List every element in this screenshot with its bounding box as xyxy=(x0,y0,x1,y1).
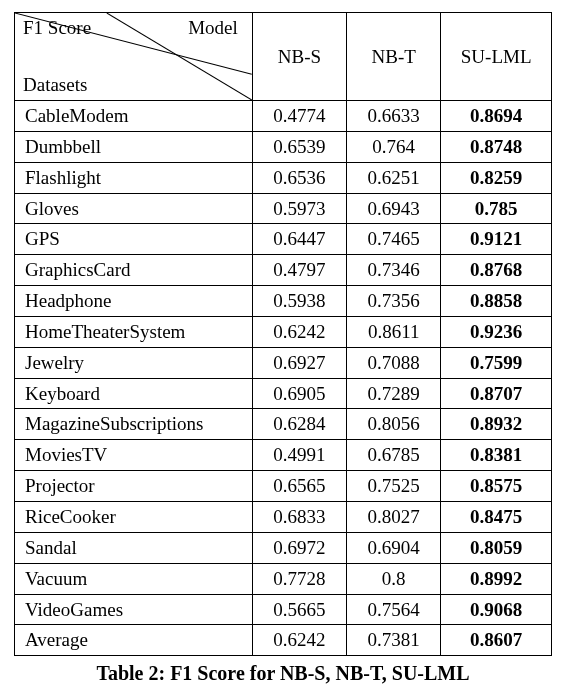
value-cell: 0.6785 xyxy=(347,440,441,471)
value-cell: 0.4797 xyxy=(252,255,346,286)
value-cell: 0.8056 xyxy=(347,409,441,440)
table-row: Flashlight0.65360.62510.8259 xyxy=(15,162,552,193)
value-cell: 0.8381 xyxy=(441,440,552,471)
table-header-row: F1 Score Model Datasets NB-S NB-T SU-LML xyxy=(15,13,552,101)
value-cell: 0.6539 xyxy=(252,131,346,162)
table-row: Vacuum0.77280.80.8992 xyxy=(15,563,552,594)
table-row: MoviesTV0.49910.67850.8381 xyxy=(15,440,552,471)
table-row: CableModem0.47740.66330.8694 xyxy=(15,101,552,132)
value-cell: 0.5665 xyxy=(252,594,346,625)
dataset-cell: VideoGames xyxy=(15,594,253,625)
value-cell: 0.7564 xyxy=(347,594,441,625)
dataset-cell: CableModem xyxy=(15,101,253,132)
value-cell: 0.8027 xyxy=(347,501,441,532)
f1-score-table: F1 Score Model Datasets NB-S NB-T SU-LML… xyxy=(14,12,552,656)
value-cell: 0.6943 xyxy=(347,193,441,224)
corner-header: F1 Score Model Datasets xyxy=(15,13,253,101)
table-row: Dumbbell0.65390.7640.8748 xyxy=(15,131,552,162)
value-cell: 0.7356 xyxy=(347,286,441,317)
dataset-cell: Headphone xyxy=(15,286,253,317)
value-cell: 0.7346 xyxy=(347,255,441,286)
dataset-cell: GPS xyxy=(15,224,253,255)
value-cell: 0.8858 xyxy=(441,286,552,317)
table-row: HomeTheaterSystem0.62420.86110.9236 xyxy=(15,316,552,347)
column-header: SU-LML xyxy=(441,13,552,101)
dataset-cell: Gloves xyxy=(15,193,253,224)
table-row: GPS0.64470.74650.9121 xyxy=(15,224,552,255)
value-cell: 0.6565 xyxy=(252,471,346,502)
value-cell: 0.6833 xyxy=(252,501,346,532)
value-cell: 0.8259 xyxy=(441,162,552,193)
value-cell: 0.6284 xyxy=(252,409,346,440)
table-row: Jewelry0.69270.70880.7599 xyxy=(15,347,552,378)
value-cell: 0.6536 xyxy=(252,162,346,193)
column-header: NB-T xyxy=(347,13,441,101)
value-cell: 0.7381 xyxy=(347,625,441,656)
value-cell: 0.8 xyxy=(347,563,441,594)
value-cell: 0.8607 xyxy=(441,625,552,656)
value-cell: 0.6927 xyxy=(252,347,346,378)
table-row: Keyboard0.69050.72890.8707 xyxy=(15,378,552,409)
value-cell: 0.6447 xyxy=(252,224,346,255)
value-cell: 0.8748 xyxy=(441,131,552,162)
value-cell: 0.6251 xyxy=(347,162,441,193)
value-cell: 0.8059 xyxy=(441,532,552,563)
table-row: VideoGames0.56650.75640.9068 xyxy=(15,594,552,625)
corner-column-axis-label: Model xyxy=(188,17,238,39)
value-cell: 0.7599 xyxy=(441,347,552,378)
table-row: Sandal0.69720.69040.8059 xyxy=(15,532,552,563)
value-cell: 0.7525 xyxy=(347,471,441,502)
table-row: Gloves0.59730.69430.785 xyxy=(15,193,552,224)
value-cell: 0.6904 xyxy=(347,532,441,563)
value-cell: 0.6242 xyxy=(252,316,346,347)
value-cell: 0.4991 xyxy=(252,440,346,471)
value-cell: 0.6242 xyxy=(252,625,346,656)
dataset-cell: MoviesTV xyxy=(15,440,253,471)
value-cell: 0.9121 xyxy=(441,224,552,255)
value-cell: 0.8707 xyxy=(441,378,552,409)
value-cell: 0.8932 xyxy=(441,409,552,440)
dataset-cell: Sandal xyxy=(15,532,253,563)
table-row: MagazineSubscriptions0.62840.80560.8932 xyxy=(15,409,552,440)
table-row: RiceCooker0.68330.80270.8475 xyxy=(15,501,552,532)
dataset-cell: RiceCooker xyxy=(15,501,253,532)
value-cell: 0.4774 xyxy=(252,101,346,132)
page: F1 Score Model Datasets NB-S NB-T SU-LML… xyxy=(0,0,566,686)
value-cell: 0.764 xyxy=(347,131,441,162)
value-cell: 0.6972 xyxy=(252,532,346,563)
value-cell: 0.785 xyxy=(441,193,552,224)
value-cell: 0.6633 xyxy=(347,101,441,132)
table-row: Average0.62420.73810.8607 xyxy=(15,625,552,656)
value-cell: 0.6905 xyxy=(252,378,346,409)
table-row: Projector0.65650.75250.8575 xyxy=(15,471,552,502)
table-caption: Table 2: F1 Score for NB-S, NB-T, SU-LML xyxy=(14,662,552,685)
corner-metric-label: F1 Score xyxy=(23,17,91,39)
dataset-cell: Vacuum xyxy=(15,563,253,594)
table-row: Headphone0.59380.73560.8858 xyxy=(15,286,552,317)
dataset-cell: GraphicsCard xyxy=(15,255,253,286)
column-header: NB-S xyxy=(252,13,346,101)
value-cell: 0.8768 xyxy=(441,255,552,286)
value-cell: 0.7088 xyxy=(347,347,441,378)
dataset-cell: HomeTheaterSystem xyxy=(15,316,253,347)
value-cell: 0.8475 xyxy=(441,501,552,532)
value-cell: 0.8992 xyxy=(441,563,552,594)
dataset-cell: Keyboard xyxy=(15,378,253,409)
value-cell: 0.8694 xyxy=(441,101,552,132)
corner-row-axis-label: Datasets xyxy=(23,74,87,96)
dataset-cell: Dumbbell xyxy=(15,131,253,162)
dataset-cell: Average xyxy=(15,625,253,656)
dataset-cell: MagazineSubscriptions xyxy=(15,409,253,440)
value-cell: 0.8611 xyxy=(347,316,441,347)
value-cell: 0.7289 xyxy=(347,378,441,409)
table-row: GraphicsCard0.47970.73460.8768 xyxy=(15,255,552,286)
dataset-cell: Flashlight xyxy=(15,162,253,193)
value-cell: 0.9236 xyxy=(441,316,552,347)
value-cell: 0.5973 xyxy=(252,193,346,224)
table-body: CableModem0.47740.66330.8694Dumbbell0.65… xyxy=(15,101,552,656)
value-cell: 0.8575 xyxy=(441,471,552,502)
value-cell: 0.5938 xyxy=(252,286,346,317)
dataset-cell: Jewelry xyxy=(15,347,253,378)
value-cell: 0.7728 xyxy=(252,563,346,594)
value-cell: 0.7465 xyxy=(347,224,441,255)
